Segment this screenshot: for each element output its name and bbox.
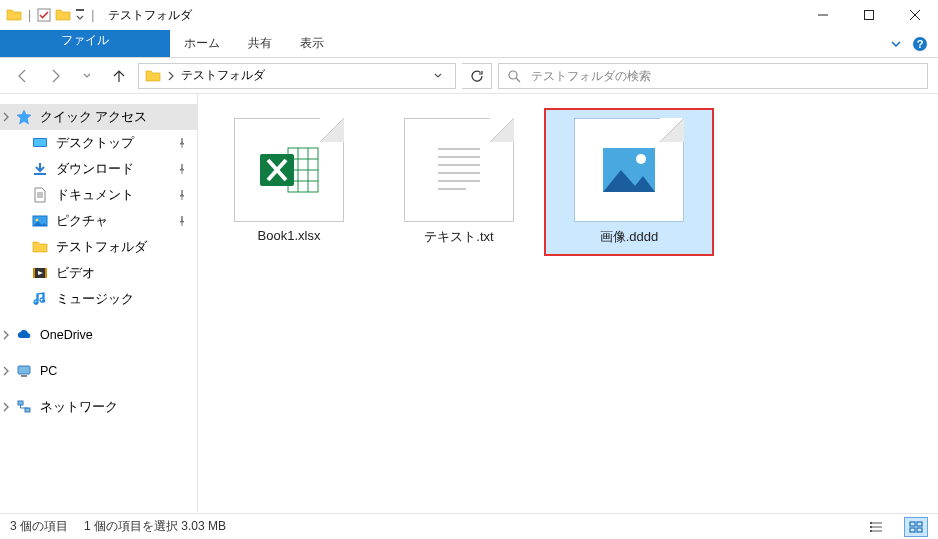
pin-icon (177, 216, 187, 226)
pictures-icon (32, 213, 48, 229)
excel-icon (254, 140, 324, 200)
svg-rect-2 (865, 11, 874, 20)
qat-checkbox-icon[interactable] (37, 8, 51, 22)
search-box[interactable] (498, 63, 928, 89)
file-label: 画像.dddd (600, 228, 659, 246)
address-bar[interactable]: テストフォルダ (138, 63, 456, 89)
nav-onedrive[interactable]: OneDrive (0, 322, 197, 348)
address-dropdown[interactable] (427, 71, 449, 81)
view-thumbnails-button[interactable] (904, 517, 928, 537)
nav-testfolder[interactable]: テストフォルダ (0, 234, 197, 260)
recent-dropdown[interactable] (74, 63, 100, 89)
tab-home[interactable]: ホーム (170, 30, 234, 57)
svg-rect-37 (917, 528, 922, 532)
nav-music[interactable]: ミュージック (0, 286, 197, 312)
nav-videos[interactable]: ビデオ (0, 260, 197, 286)
svg-point-33 (636, 154, 646, 164)
status-selection: 1 個の項目を選択 3.03 MB (84, 518, 226, 535)
svg-rect-18 (25, 408, 30, 412)
nav-label: PC (40, 364, 57, 378)
file-view[interactable]: Book1.xlsx テキスト.txt (198, 94, 938, 512)
chevron-right-icon (2, 402, 10, 412)
tab-view[interactable]: 表示 (286, 30, 338, 57)
pc-icon (16, 363, 32, 379)
onedrive-icon (16, 327, 32, 343)
svg-point-9 (36, 219, 39, 222)
nav-label: ダウンロード (56, 161, 134, 178)
documents-icon (32, 187, 48, 203)
folder-icon (6, 7, 22, 23)
svg-rect-35 (917, 522, 922, 526)
nav-pictures[interactable]: ピクチャ (0, 208, 197, 234)
videos-icon (32, 265, 48, 281)
svg-point-13 (35, 301, 39, 305)
nav-downloads[interactable]: ダウンロード (0, 156, 197, 182)
view-details-button[interactable] (864, 517, 888, 537)
chevron-right-icon (2, 366, 10, 376)
nav-pc[interactable]: PC (0, 358, 197, 384)
svg-rect-7 (34, 139, 46, 146)
nav-pane[interactable]: クイック アクセス デスクトップ ダウンロード ドキュメント ピクチャ テストフ… (0, 94, 198, 512)
svg-rect-34 (910, 522, 915, 526)
search-icon (507, 69, 521, 83)
quick-access-icon (16, 109, 32, 125)
file-item-txt[interactable]: テキスト.txt (374, 108, 544, 256)
file-item-xlsx[interactable]: Book1.xlsx (204, 108, 374, 253)
up-button[interactable] (106, 63, 132, 89)
nav-label: ドキュメント (56, 187, 134, 204)
ribbon-expand-icon[interactable] (890, 38, 902, 50)
nav-label: ピクチャ (56, 213, 108, 230)
nav-desktop[interactable]: デスクトップ (0, 130, 197, 156)
svg-rect-11 (33, 268, 35, 278)
nav-label: クイック アクセス (40, 109, 147, 126)
status-bar: 3 個の項目 1 個の項目を選択 3.03 MB (0, 513, 938, 539)
help-icon[interactable]: ? (912, 36, 928, 52)
pin-icon (177, 164, 187, 174)
nav-label: OneDrive (40, 328, 93, 342)
nav-documents[interactable]: ドキュメント (0, 182, 197, 208)
downloads-icon (32, 161, 48, 177)
qat-dropdown-icon[interactable] (75, 8, 85, 22)
window-title: テストフォルダ (100, 7, 192, 24)
network-icon (16, 399, 32, 415)
image-icon (599, 144, 659, 196)
nav-quick-access[interactable]: クイック アクセス (0, 104, 197, 130)
pin-icon (177, 190, 187, 200)
navbar: テストフォルダ (0, 58, 938, 94)
svg-rect-12 (45, 268, 47, 278)
svg-point-5 (509, 71, 517, 79)
search-input[interactable] (529, 68, 919, 84)
minimize-button[interactable] (800, 0, 846, 30)
forward-button[interactable] (42, 63, 68, 89)
pin-icon (177, 138, 187, 148)
tab-file[interactable]: ファイル (0, 30, 170, 57)
nav-label: ビデオ (56, 265, 95, 282)
nav-label: ミュージック (56, 291, 134, 308)
svg-rect-36 (910, 528, 915, 532)
breadcrumb-segment[interactable]: テストフォルダ (181, 67, 265, 84)
nav-label: ネットワーク (40, 399, 118, 416)
back-button[interactable] (10, 63, 36, 89)
titlebar: | | テストフォルダ (0, 0, 938, 30)
svg-point-14 (42, 299, 46, 303)
address-chevron-icon[interactable] (167, 71, 175, 81)
file-label: テキスト.txt (424, 228, 493, 246)
maximize-button[interactable] (846, 0, 892, 30)
file-item-image-selected[interactable]: 画像.dddd (544, 108, 714, 256)
qat-folder-icon[interactable] (55, 7, 71, 23)
refresh-button[interactable] (462, 63, 492, 89)
svg-rect-16 (21, 375, 27, 377)
desktop-icon (32, 135, 48, 151)
svg-rect-1 (76, 9, 84, 11)
status-count: 3 個の項目 (10, 518, 68, 535)
close-button[interactable] (892, 0, 938, 30)
svg-rect-17 (18, 401, 23, 405)
music-icon (32, 291, 48, 307)
file-label: Book1.xlsx (258, 228, 321, 243)
qat-separator: | (26, 8, 33, 22)
text-icon (424, 135, 494, 205)
tab-share[interactable]: 共有 (234, 30, 286, 57)
body: クイック アクセス デスクトップ ダウンロード ドキュメント ピクチャ テストフ… (0, 94, 938, 512)
nav-network[interactable]: ネットワーク (0, 394, 197, 420)
ribbon: ファイル ホーム 共有 表示 ? (0, 30, 938, 58)
